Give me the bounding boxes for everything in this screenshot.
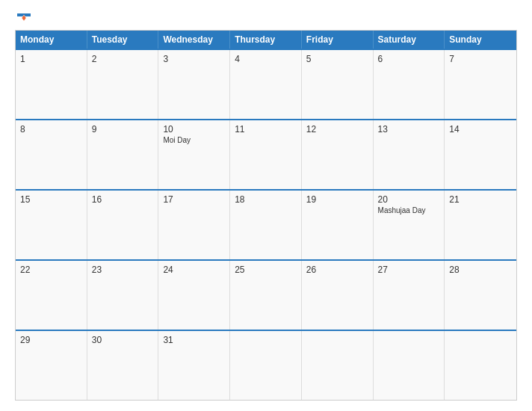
- day-number: 22: [20, 265, 82, 275]
- day-number: 21: [449, 194, 512, 205]
- cal-cell: 30: [87, 331, 159, 400]
- cal-cell: 18: [230, 191, 302, 259]
- holiday-label: Mashujaa Day: [378, 206, 440, 214]
- day-number: 12: [306, 124, 368, 135]
- day-number: 29: [20, 335, 82, 345]
- day-number: 20: [378, 194, 440, 205]
- cal-cell: 10Moi Day: [158, 120, 230, 189]
- calendar: MondayTuesdayWednesdayThursdayFridaySatu…: [15, 30, 517, 401]
- day-number: 18: [235, 194, 297, 205]
- weekday-header-wednesday: Wednesday: [158, 31, 230, 49]
- day-number: 15: [20, 194, 82, 205]
- logo-blue-text: [15, 13, 31, 22]
- cal-cell: 9: [87, 120, 159, 189]
- cal-cell: [374, 331, 445, 400]
- cal-cell: 21: [445, 191, 516, 259]
- cal-cell: 1: [16, 50, 87, 119]
- cal-cell: 29: [16, 331, 87, 400]
- day-number: 19: [306, 194, 368, 205]
- cal-cell: 2: [87, 50, 159, 119]
- day-number: 24: [163, 265, 225, 275]
- cal-cell: 14: [445, 120, 516, 189]
- weekday-header-sunday: Sunday: [445, 31, 516, 49]
- cal-cell: 3: [158, 50, 230, 119]
- day-number: 2: [92, 54, 154, 64]
- day-number: 25: [235, 265, 297, 275]
- day-number: 3: [163, 54, 225, 64]
- cal-cell: 19: [302, 191, 374, 259]
- cal-cell: 12: [302, 120, 374, 189]
- calendar-body: 12345678910Moi Day11121314151617181920Ma…: [16, 49, 516, 400]
- day-number: 16: [92, 194, 154, 205]
- weekday-header-tuesday: Tuesday: [87, 31, 159, 49]
- cal-cell: 26: [302, 261, 374, 330]
- weekday-header-saturday: Saturday: [374, 31, 445, 49]
- day-number: 7: [449, 54, 512, 64]
- day-number: 23: [92, 265, 154, 275]
- cal-cell: [230, 331, 302, 400]
- weekday-header-thursday: Thursday: [230, 31, 302, 49]
- day-number: 30: [92, 335, 154, 345]
- cal-cell: 28: [445, 261, 516, 330]
- cal-cell: 24: [158, 261, 230, 330]
- cal-cell: [302, 331, 374, 400]
- day-number: 27: [378, 265, 440, 275]
- cal-cell: 23: [87, 261, 159, 330]
- cal-cell: 11: [230, 120, 302, 189]
- cal-cell: 25: [230, 261, 302, 330]
- day-number: 31: [163, 335, 225, 345]
- day-number: 11: [235, 124, 297, 135]
- weekday-header-friday: Friday: [302, 31, 374, 49]
- day-number: 5: [306, 54, 368, 64]
- cal-cell: 22: [16, 261, 87, 330]
- logo: [15, 13, 31, 22]
- day-number: 17: [163, 194, 225, 205]
- holiday-label: Moi Day: [163, 136, 225, 144]
- cal-cell: 5: [302, 50, 374, 119]
- logo-flag-icon: [17, 13, 31, 22]
- day-number: 26: [306, 265, 368, 275]
- day-number: 14: [449, 124, 512, 135]
- week-row-4: 22232425262728: [16, 259, 516, 330]
- day-number: 9: [92, 124, 154, 135]
- day-number: 6: [378, 54, 440, 64]
- cal-cell: 13: [374, 120, 445, 189]
- cal-cell: 27: [374, 261, 445, 330]
- cal-cell: 6: [374, 50, 445, 119]
- cal-cell: 31: [158, 331, 230, 400]
- day-number: 4: [235, 54, 297, 64]
- week-row-2: 8910Moi Day11121314: [16, 119, 516, 189]
- week-row-5: 293031: [16, 330, 516, 400]
- cal-cell: 17: [158, 191, 230, 259]
- cal-cell: [445, 331, 516, 400]
- day-number: 13: [378, 124, 440, 135]
- day-number: 1: [20, 54, 82, 64]
- header: [15, 13, 517, 22]
- cal-cell: 8: [16, 120, 87, 189]
- day-number: 10: [163, 124, 225, 135]
- weekday-header-monday: Monday: [16, 31, 87, 49]
- cal-cell: 4: [230, 50, 302, 119]
- cal-cell: 16: [87, 191, 159, 259]
- week-row-1: 1234567: [16, 49, 516, 119]
- calendar-header: MondayTuesdayWednesdayThursdayFridaySatu…: [16, 31, 516, 49]
- page: MondayTuesdayWednesdayThursdayFridaySatu…: [0, 0, 532, 411]
- cal-cell: 20Mashujaa Day: [374, 191, 445, 259]
- cal-cell: 15: [16, 191, 87, 259]
- week-row-3: 151617181920Mashujaa Day21: [16, 189, 516, 259]
- cal-cell: 7: [445, 50, 516, 119]
- day-number: 8: [20, 124, 82, 135]
- day-number: 28: [449, 265, 512, 275]
